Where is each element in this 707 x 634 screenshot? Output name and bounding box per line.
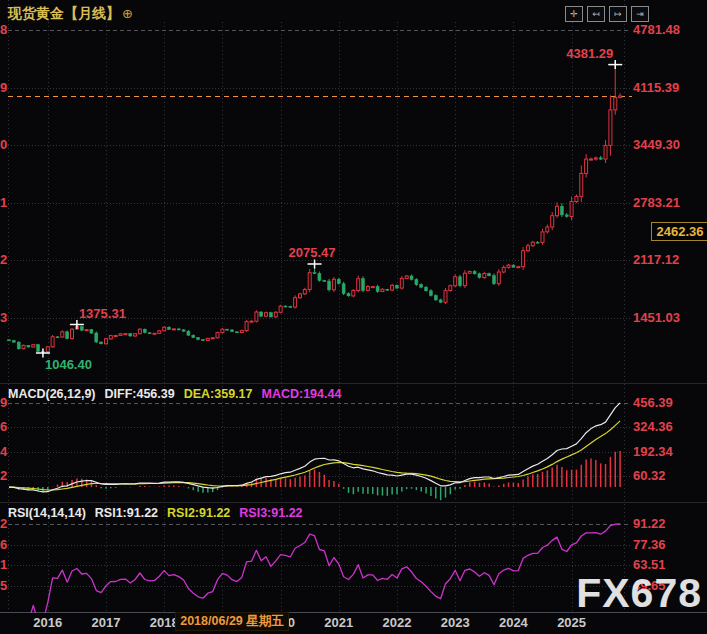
crosshair-date-label: 2018/06/29 星期五 bbox=[175, 612, 289, 631]
y-axis-label: 4115.39 bbox=[633, 80, 679, 96]
x-axis-year-label: 2022 bbox=[375, 615, 419, 630]
y-axis-label: 77.36 bbox=[633, 537, 666, 553]
clipped-left-axis-digit: 5 bbox=[0, 578, 7, 594]
y-axis-label: 2783.21 bbox=[633, 195, 680, 211]
y-axis-label: 60.32 bbox=[633, 468, 666, 484]
watermark: FX678 bbox=[576, 570, 702, 617]
chart-toolbar: ✛↤↦⇥ bbox=[565, 6, 649, 22]
low-price-annotation: 1046.40 bbox=[45, 357, 92, 372]
clipped-left-axis-digit: 1 bbox=[0, 195, 7, 211]
y-axis-label: 1451.03 bbox=[633, 310, 680, 326]
y-axis-label: 456.39 bbox=[633, 395, 673, 411]
rsi-header: RSI(14,14,14)RSI1:91.22RSI2:91.22RSI3:91… bbox=[8, 506, 312, 520]
pan-right-icon[interactable]: ↦ bbox=[609, 6, 627, 22]
x-axis-year-label: 2017 bbox=[84, 615, 128, 630]
clipped-left-axis-digit: 2 bbox=[0, 252, 7, 268]
y-axis-label: 2117.12 bbox=[633, 252, 679, 268]
crosshair-price-label: 2462.36 bbox=[651, 222, 707, 241]
x-axis-year-label: 2023 bbox=[433, 615, 477, 630]
high-price-annotation: 4381.29 bbox=[566, 46, 613, 61]
y-axis-label: 91.22 bbox=[633, 516, 666, 532]
x-axis-year-label: 2016 bbox=[26, 615, 70, 630]
clipped-left-axis-digit: 4 bbox=[0, 444, 7, 460]
clipped-left-axis-digit: 9 bbox=[0, 395, 7, 411]
x-axis-year-label: 2024 bbox=[491, 615, 535, 630]
y-axis-label: 324.36 bbox=[633, 419, 673, 435]
clipped-left-axis-digit: 9 bbox=[0, 80, 7, 96]
clipped-left-axis-digit: 6 bbox=[0, 537, 7, 553]
macd-macd-value: MACD:194.44 bbox=[262, 387, 342, 401]
clipped-left-axis-digit: 2 bbox=[0, 516, 7, 532]
high-price-annotation: 2075.47 bbox=[289, 245, 336, 260]
clipped-left-axis-digit: 2 bbox=[0, 468, 7, 484]
macd-params-label: MACD(26,12,9) bbox=[8, 387, 96, 401]
macd-diff-value: DIFF:456.39 bbox=[105, 387, 175, 401]
clipped-left-axis-digit: 3 bbox=[0, 310, 7, 326]
macd-header: MACD(26,12,9)DIFF:456.39DEA:359.17MACD:1… bbox=[8, 387, 350, 401]
y-axis-label: 4781.48 bbox=[633, 22, 680, 38]
x-axis-year-label: 2021 bbox=[317, 615, 361, 630]
pan-left-icon[interactable]: ↤ bbox=[587, 6, 605, 22]
y-axis-label: 192.34 bbox=[633, 444, 673, 460]
rsi-params-label: RSI(14,14,14) bbox=[8, 506, 86, 520]
rsi2-value: RSI2:91.22 bbox=[167, 506, 230, 520]
macd-dea-value: DEA:359.17 bbox=[184, 387, 253, 401]
rsi1-value: RSI1:91.22 bbox=[95, 506, 158, 520]
crosshair-icon[interactable]: ✛ bbox=[565, 6, 583, 22]
x-axis-year-label: 2025 bbox=[550, 615, 594, 630]
high-price-annotation: 1375.31 bbox=[79, 306, 126, 321]
add-indicator-icon[interactable]: ⊕ bbox=[122, 6, 133, 21]
chart-window: 现货黄金【月线】 ⊕ ✛↤↦⇥ 4781.484115.393449.30278… bbox=[0, 0, 707, 634]
instrument-title: 现货黄金【月线】 bbox=[8, 5, 120, 23]
clipped-left-axis-digit: 0 bbox=[0, 137, 7, 153]
y-axis-label: 3449.30 bbox=[633, 137, 680, 153]
clipped-left-axis-digit: 6 bbox=[0, 419, 7, 435]
jump-latest-icon[interactable]: ⇥ bbox=[631, 6, 649, 22]
clipped-left-axis-digit: 1 bbox=[0, 557, 7, 573]
rsi3-value: RSI3:91.22 bbox=[239, 506, 302, 520]
clipped-left-axis-digit: 8 bbox=[0, 22, 7, 38]
